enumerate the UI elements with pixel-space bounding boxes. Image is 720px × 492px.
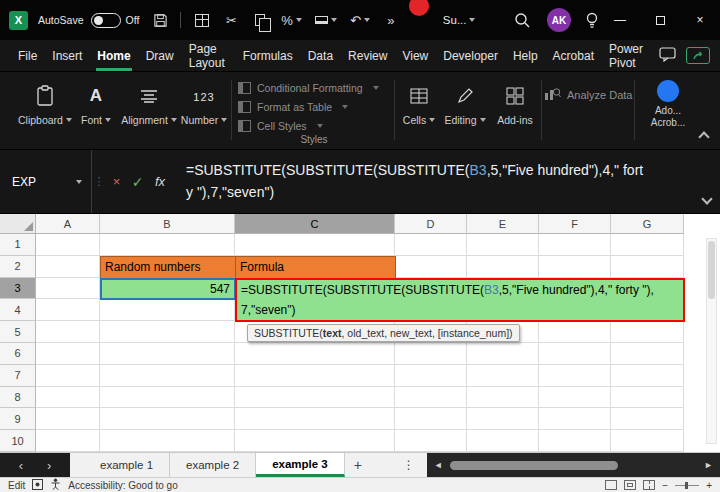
- autosave-toggle[interactable]: [91, 13, 121, 28]
- row-header-8[interactable]: 8: [0, 387, 36, 409]
- cell-F9[interactable]: [539, 408, 611, 430]
- cell-D1[interactable]: [395, 234, 467, 256]
- undo-icon[interactable]: ↶: [350, 11, 370, 29]
- cell-B8[interactable]: [100, 387, 235, 409]
- comment-icon[interactable]: [659, 47, 676, 65]
- menu-item-power-pivot[interactable]: Power Pivot: [607, 40, 648, 71]
- vertical-scrollbar[interactable]: [706, 238, 717, 444]
- collapse-ribbon-icon[interactable]: [698, 131, 709, 142]
- cell-E8[interactable]: [467, 387, 539, 409]
- sheet-options-icon[interactable]: ⋮: [399, 453, 419, 477]
- cell-D8[interactable]: [395, 387, 467, 409]
- prev-sheet-icon[interactable]: ‹: [19, 458, 23, 473]
- row-header-10[interactable]: 10: [0, 430, 36, 452]
- cell-A8[interactable]: [36, 387, 100, 409]
- cell-B2[interactable]: Random numbers: [100, 256, 236, 279]
- zoom-slider[interactable]: [675, 485, 699, 486]
- number-group[interactable]: Number: [178, 82, 230, 126]
- cell-G5[interactable]: [611, 321, 684, 343]
- cell-F7[interactable]: [539, 365, 611, 387]
- horizontal-scrollbar-thumb[interactable]: [450, 461, 618, 470]
- fill-color-icon[interactable]: [315, 11, 337, 29]
- enter-icon[interactable]: ✓: [127, 174, 148, 190]
- menu-item-insert[interactable]: Insert: [50, 40, 84, 71]
- cell-C8[interactable]: [235, 387, 395, 409]
- row-header-7[interactable]: 7: [0, 365, 36, 387]
- font-group[interactable]: Font: [74, 82, 118, 126]
- row-header-3[interactable]: 3: [0, 278, 36, 300]
- row-header-5[interactable]: 5: [0, 321, 36, 343]
- row-header-1[interactable]: 1: [0, 234, 36, 256]
- cells-group[interactable]: Cells: [398, 82, 440, 126]
- cell-G7[interactable]: [611, 365, 684, 387]
- menu-item-draw[interactable]: Draw: [144, 40, 176, 71]
- menu-item-review[interactable]: Review: [346, 40, 389, 71]
- page-layout-view-icon[interactable]: [624, 480, 636, 490]
- cell-E10[interactable]: [467, 430, 539, 452]
- cell-F1[interactable]: [539, 234, 611, 256]
- zoom-slider-knob[interactable]: [685, 482, 688, 489]
- excel-app-icon[interactable]: [9, 11, 28, 30]
- add-sheet-button[interactable]: +: [345, 453, 371, 477]
- cell-C1[interactable]: [235, 234, 395, 256]
- lightbulb-icon[interactable]: [584, 11, 600, 29]
- cell-C3-edit-overlay[interactable]: =SUBSTITUTE(SUBSTITUTE(SUBSTITUTE(B3,5,"…: [235, 278, 685, 323]
- format-as-table-button[interactable]: Format as Table: [238, 97, 390, 116]
- zoom-in-icon[interactable]: +: [706, 480, 712, 491]
- row-header-2[interactable]: 2: [0, 256, 36, 278]
- cell-B6[interactable]: [100, 343, 235, 365]
- cell-B3[interactable]: 547: [100, 278, 236, 301]
- more-commands-icon[interactable]: »: [383, 11, 399, 29]
- menu-item-developer[interactable]: Developer: [441, 40, 500, 71]
- vertical-scrollbar-thumb[interactable]: [708, 241, 715, 299]
- cancel-icon[interactable]: ×: [106, 174, 127, 189]
- cell-B5[interactable]: [100, 321, 235, 343]
- cell-F10[interactable]: [539, 430, 611, 452]
- menu-item-view[interactable]: View: [400, 40, 430, 71]
- cell-D2[interactable]: [395, 256, 467, 278]
- menu-item-formulas[interactable]: Formulas: [241, 40, 295, 71]
- cell-A3[interactable]: [36, 278, 100, 300]
- cell-C2[interactable]: Formula: [235, 256, 396, 279]
- cell-G10[interactable]: [611, 430, 684, 452]
- cell-E9[interactable]: [467, 408, 539, 430]
- menu-item-help[interactable]: Help: [511, 40, 540, 71]
- cell-G6[interactable]: [611, 343, 684, 365]
- row-header-9[interactable]: 9: [0, 408, 36, 430]
- cut-icon[interactable]: ✂: [223, 11, 239, 29]
- menu-item-data[interactable]: Data: [306, 40, 335, 71]
- column-header-A[interactable]: A: [36, 214, 100, 234]
- menu-item-file[interactable]: File: [16, 40, 39, 71]
- alignment-group[interactable]: Alignment: [120, 82, 178, 126]
- accessibility-icon[interactable]: [50, 478, 61, 492]
- cell-E2[interactable]: [467, 256, 539, 278]
- menu-item-home[interactable]: Home: [95, 40, 132, 71]
- cell-A6[interactable]: [36, 343, 100, 365]
- cell-B9[interactable]: [100, 408, 235, 430]
- column-header-F[interactable]: F: [539, 214, 611, 234]
- column-header-C[interactable]: C: [235, 214, 395, 234]
- search-icon[interactable]: [514, 11, 531, 29]
- cell-F8[interactable]: [539, 387, 611, 409]
- row-header-6[interactable]: 6: [0, 343, 36, 365]
- cell-C10[interactable]: [235, 430, 395, 452]
- sheet-tab-example-3[interactable]: example 3: [256, 453, 345, 477]
- share-icon[interactable]: [686, 47, 710, 64]
- cell-C9[interactable]: [235, 408, 395, 430]
- normal-view-icon[interactable]: [605, 480, 617, 490]
- clipboard-group[interactable]: Clipboard: [18, 82, 72, 126]
- minimize-button[interactable]: —: [600, 0, 640, 40]
- cell-B4[interactable]: [100, 299, 235, 321]
- percent-style-icon[interactable]: %: [281, 11, 302, 29]
- addins-group[interactable]: Add-ins: [490, 82, 540, 126]
- cell-A10[interactable]: [36, 430, 100, 452]
- sheet-tab-example-1[interactable]: example 1: [84, 453, 170, 477]
- cell-E1[interactable]: [467, 234, 539, 256]
- horizontal-scrollbar[interactable]: ◄ ►: [427, 453, 720, 477]
- next-sheet-icon[interactable]: ›: [47, 458, 51, 473]
- conditional-formatting-button[interactable]: Conditional Formatting: [238, 78, 390, 97]
- name-box[interactable]: EXP: [0, 150, 92, 213]
- insert-function-icon[interactable]: fx: [148, 174, 172, 189]
- cell-G9[interactable]: [611, 408, 684, 430]
- close-button[interactable]: ×: [680, 0, 720, 40]
